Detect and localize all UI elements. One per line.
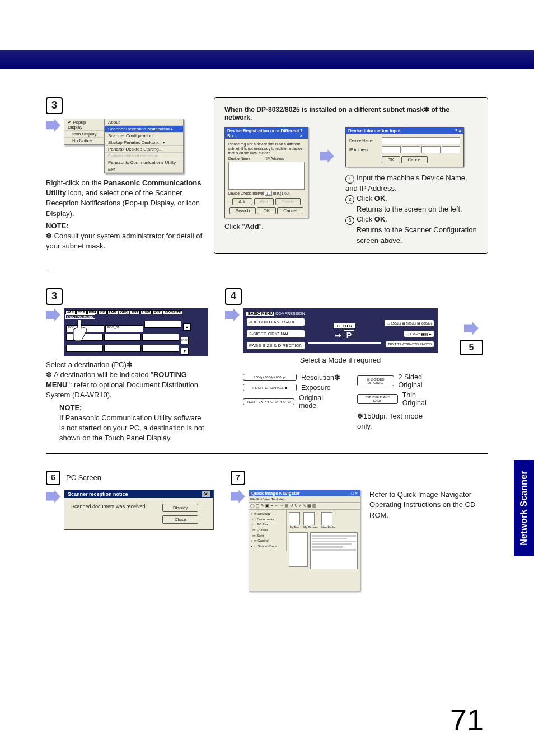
- destination-empty[interactable]: [104, 334, 141, 341]
- thin-original-icon[interactable]: JOB BUILD AND SADF: [357, 394, 398, 404]
- subnet-step1-text: Input the machine's Device Name, and IP …: [345, 173, 467, 192]
- destination-empty[interactable]: [104, 345, 141, 352]
- step3b-note-label: NOTE:: [59, 403, 82, 412]
- devinfo-ip-3[interactable]: [421, 146, 441, 153]
- lcd-tab-compression[interactable]: COMPRESSION: [275, 312, 305, 316]
- notice-display-button[interactable]: Display: [162, 504, 198, 512]
- menu-panafax-starting: Panafax Desktop Starting...: [105, 146, 183, 153]
- arrow-right-icon: [225, 308, 240, 322]
- lcd-btn-pagesize[interactable]: PAGE SIZE & DIRECTION: [246, 341, 305, 350]
- step3a-text-pre: Right-click on the: [46, 179, 104, 187]
- subnet-step2-desc: Returns to the screen on the left.: [357, 204, 462, 214]
- destination-pcc02[interactable]: PCC_02: [105, 325, 143, 332]
- step-6-number: 6: [46, 471, 60, 485]
- step3a-note-body: ✽ Consult your system administrator for …: [46, 232, 202, 250]
- destination-empty[interactable]: [142, 334, 179, 341]
- destination-lcd-panel: #ABCDEFGHIJKLMNOPQRSTUVWXYZFAVORITEROUTI…: [64, 308, 208, 356]
- scroll-down-icon[interactable]: ▼: [181, 348, 189, 355]
- numbered-step-2-icon: 2: [345, 195, 354, 204]
- tab-uvw[interactable]: UVW: [140, 310, 152, 314]
- step6-title: PC Screen: [66, 473, 101, 483]
- tab-opq[interactable]: OPQ: [119, 310, 129, 314]
- devinfo-ip-4[interactable]: [442, 146, 461, 153]
- resolution-label: Resolution✽: [301, 373, 340, 382]
- devreg-ok-button[interactable]: OK: [257, 207, 276, 214]
- devreg-delete-button: Delete: [275, 198, 301, 205]
- resolution-icon[interactable]: 150dpi 300dpi 600dpi: [243, 374, 297, 381]
- window-controls-icon[interactable]: ? ×: [455, 128, 461, 133]
- page-indicator: 01/01: [181, 337, 189, 344]
- destination-empty[interactable]: [142, 345, 179, 352]
- portrait-icon[interactable]: P: [344, 330, 354, 340]
- lcd-btn-jobbuild[interactable]: JOB BUILD AND SADF: [246, 318, 305, 326]
- menu-popup-display[interactable]: Popup Display: [68, 120, 86, 130]
- devreg-interval-input[interactable]: 10: [265, 191, 272, 196]
- subnet-step3-desc: Returns to the Scanner Configuration scr…: [357, 225, 477, 245]
- devreg-col-name: Device Name: [228, 157, 266, 161]
- menu-about[interactable]: About: [105, 119, 183, 126]
- devreg-interval-label: Device Check Interval: [228, 191, 264, 195]
- scanner-reception-notice-window: Scanner reception notice✕ Scanned docume…: [64, 490, 214, 530]
- tab-ab[interactable]: #AB: [65, 310, 76, 314]
- page-number: 71: [450, 702, 484, 737]
- arrow-right-icon: [46, 119, 60, 132]
- lcd-tab-basic[interactable]: BASIC MENU: [246, 312, 274, 316]
- step7-text: Refer to Quick Image Navigator Operating…: [364, 490, 488, 520]
- menu-scanner-configuration[interactable]: Scanner Configuration...: [105, 133, 183, 139]
- devinfo-ok-button[interactable]: OK: [382, 156, 401, 163]
- 2sided-label: 2 Sided Original: [399, 373, 438, 389]
- devinfo-cancel-button[interactable]: Cancel: [401, 156, 428, 163]
- original-mode-icon[interactable]: TEXT TEXT/PHOTO PHOTO: [243, 398, 294, 405]
- step3a-note-label: NOTE:: [46, 222, 68, 230]
- menu-exit[interactable]: Exit: [105, 166, 183, 173]
- devinfo-titlebar: Device Information Input: [348, 128, 401, 133]
- step3b-note-body: If Panasonic Communication Utility softw…: [59, 414, 204, 442]
- devinfo-ip-2[interactable]: [402, 146, 421, 153]
- tab-favorite[interactable]: FAVORITE: [163, 310, 183, 314]
- devreg-edit-button: Edit: [254, 198, 274, 205]
- exposure-label: Exposure: [301, 384, 331, 392]
- menu-pcu[interactable]: Panasonic Communications Utility: [105, 159, 183, 166]
- menu-icon-display[interactable]: Icon Display: [72, 132, 97, 137]
- menu-no-notice[interactable]: No Notice: [72, 138, 92, 143]
- devreg-add-button[interactable]: Add: [232, 198, 252, 205]
- devreg-foot-bold: Add: [245, 222, 259, 231]
- devreg-interval-unit: min.(1-60): [273, 191, 290, 195]
- window-controls-icon[interactable]: _ □ ×: [348, 491, 358, 496]
- subnet-panel: When the DP-8032/8025 is installed on a …: [214, 97, 488, 254]
- devinfo-ip-1[interactable]: [382, 146, 401, 153]
- tab-cde[interactable]: CDE: [76, 310, 87, 314]
- tab-fgh[interactable]: FGH: [87, 310, 98, 314]
- subnet-panel-title: When the DP-8032/8025 is installed on a …: [224, 106, 477, 121]
- destination-empty[interactable]: [144, 321, 181, 328]
- tab-ijk[interactable]: IJK: [98, 310, 106, 314]
- notice-close-button[interactable]: Close: [162, 515, 198, 524]
- mode-lcd-panel: BASIC MENU COMPRESSION JOB BUILD AND SAD…: [243, 308, 438, 353]
- pointing-hand-icon: [72, 318, 88, 343]
- lcd-letter-label: LETTER: [334, 323, 355, 328]
- devreg-search-button[interactable]: Search: [229, 207, 256, 214]
- menu-scanner-reception-notification[interactable]: Scanner Reception Notification ▸: [105, 126, 183, 133]
- menu-startup-panafax[interactable]: Startup Panafax Desktop... ▸: [105, 139, 183, 146]
- destination-empty[interactable]: [66, 345, 103, 352]
- qin-titlebar: Quick Image Navigator: [251, 491, 300, 496]
- tab-xyz[interactable]: XYZ: [152, 310, 162, 314]
- devreg-list[interactable]: [228, 162, 305, 190]
- devreg-titlebar: Device Registration on a Different Su…: [227, 128, 300, 138]
- arrow-right-icon: [464, 322, 479, 335]
- arrow-right-icon: [231, 490, 245, 503]
- numbered-step-1-icon: 1: [345, 175, 354, 184]
- devreg-cancel-button[interactable]: Cancel: [277, 207, 303, 214]
- lcd-btn-2sided[interactable]: 2-SIDED ORIGINAL: [246, 330, 305, 338]
- device-info-input-window: Device Information Input? × Device Name …: [345, 127, 464, 167]
- scroll-up-icon[interactable]: ▲: [183, 323, 191, 331]
- tab-rst[interactable]: RST: [130, 310, 140, 314]
- arrow-right-icon: [320, 149, 334, 163]
- arrow-right-icon: [46, 490, 60, 503]
- tab-lmn[interactable]: LMN: [107, 310, 118, 314]
- devinfo-name-input[interactable]: [382, 137, 460, 144]
- window-controls-icon[interactable]: ? ×: [300, 128, 306, 138]
- close-icon[interactable]: ✕: [202, 491, 210, 497]
- step4-footnote: ✽150dpi: Text mode only.: [357, 411, 438, 431]
- step-3b-number: 3: [46, 288, 63, 305]
